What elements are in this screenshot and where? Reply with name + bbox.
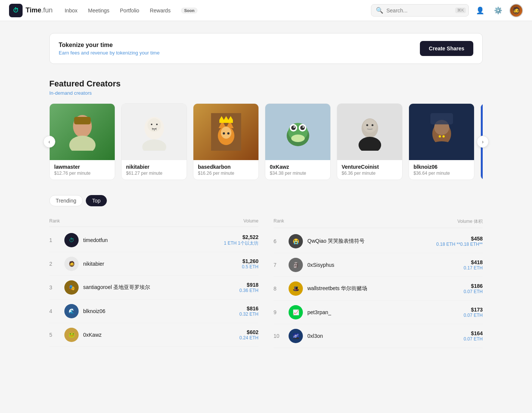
- creator-info-lawmaster: lawmaster $12.76 per minute: [50, 160, 115, 180]
- creator-info-venturecoinist: VentureCoinist $6.36 per minute: [337, 160, 402, 180]
- creator-card-venturecoinist[interactable]: VentureCoinist $6.36 per minute: [337, 103, 403, 180]
- user-name: 0xl3on: [307, 333, 323, 339]
- volume-eth: 0.36 ETH: [198, 288, 258, 293]
- user-cell: 📈 pet3rpan_: [289, 305, 423, 319]
- featured-subtitle: In-demand creators: [49, 90, 483, 96]
- rank-num: 4: [49, 308, 64, 314]
- creator-card-0xkawz[interactable]: 0xKawz $34.38 per minute: [265, 103, 331, 180]
- creator-info-basedkarbon: basedkarbon $16.26 per minute: [193, 160, 258, 180]
- carousel-next-button[interactable]: ›: [477, 136, 489, 148]
- volume-usd: $602: [198, 329, 258, 335]
- svg-point-30: [302, 126, 304, 128]
- rank-num: 2: [49, 261, 64, 267]
- svg-point-8: [156, 124, 158, 125]
- volume-eth: 0.07 ETH: [423, 289, 483, 294]
- nav-meetings[interactable]: Meetings: [88, 8, 109, 14]
- user-name: blknoiz06: [83, 308, 105, 314]
- rank-header-left: Rank: [49, 218, 64, 224]
- table-row[interactable]: 8 🎩 wallstreetbets 华尔街赌场 $186 0.07 ETH: [274, 277, 483, 301]
- svg-point-34: [359, 137, 381, 151]
- volume-usd: $918: [198, 282, 258, 288]
- rank-num: 8: [274, 286, 289, 292]
- creator-price-venturecoinist: $6.36 per minute: [342, 171, 398, 176]
- banner-description: Earn fees and revenue by tokenizing your…: [59, 50, 160, 56]
- svg-point-28: [300, 126, 305, 130]
- volume-cell: $186 0.07 ETH: [423, 283, 483, 294]
- svg-point-33: [363, 119, 377, 133]
- volume-cell: $918 0.36 ETH: [198, 282, 258, 293]
- creator-img-lawmaster: [50, 104, 115, 160]
- creator-img-nikitabier: [122, 104, 187, 160]
- creator-card-nikitabier[interactable]: nikitabier $61.27 per minute: [121, 103, 187, 180]
- tab-top[interactable]: Top: [86, 195, 107, 206]
- svg-point-7: [151, 124, 152, 125]
- user-cell: 🗿 0xSisyphus: [289, 258, 423, 272]
- avatar: 🎩: [289, 281, 303, 296]
- creator-info-qwqia: QwQia: [481, 160, 483, 174]
- avatar: ⏱: [64, 233, 79, 247]
- tokenize-banner: Tokenize your time Earn fees and revenue…: [49, 33, 483, 64]
- avatar: 📈: [289, 305, 303, 319]
- search-shortcut: ⌘K: [455, 8, 466, 13]
- volume-usd: $816: [198, 306, 258, 312]
- creator-img-blknoiz06: [409, 104, 474, 160]
- table-row[interactable]: 6 😭 QwQiao 哭哭脸表情符号 $458 0.18 ETH **0.18 …: [274, 230, 483, 253]
- avatar: 🧔: [64, 257, 79, 271]
- banner-title: Tokenize your time: [59, 42, 160, 48]
- table-row[interactable]: 9 📈 pet3rpan_ $173 0.07 ETH: [274, 301, 483, 324]
- table-row[interactable]: 1 ⏱ timedotfun $2,522 1 ETH 1个以太坊: [49, 228, 258, 252]
- nav-inbox[interactable]: Inbox: [65, 8, 78, 14]
- creator-info-nikitabier: nikitabier $61.27 per minute: [122, 160, 187, 180]
- volume-cell: $173 0.07 ETH: [423, 307, 483, 318]
- volume-cell: $2,522 1 ETH 1个以太坊: [198, 234, 258, 247]
- creator-card-lawmaster[interactable]: lawmaster $12.76 per minute: [49, 103, 115, 180]
- rank-num: 7: [274, 262, 289, 268]
- svg-point-1: [69, 136, 96, 151]
- table-row[interactable]: 4 🌊 blknoiz06 $816 0.32 ETH: [49, 300, 258, 323]
- user-name: pet3rpan_: [307, 309, 331, 315]
- table-row[interactable]: 10 🌌 0xl3on $164 0.07 ETH: [274, 324, 483, 348]
- creator-img-venturecoinist: [337, 104, 402, 160]
- user-name: 0xKawz: [83, 332, 102, 338]
- svg-point-21: [223, 132, 225, 135]
- logo[interactable]: ⏱ Time.fun: [9, 4, 53, 17]
- tab-trending[interactable]: Trending: [49, 195, 83, 206]
- featured-title: Featured Creators: [49, 79, 483, 89]
- table-row[interactable]: 7 🗿 0xSisyphus $418 0.17 ETH: [274, 253, 483, 277]
- creator-info-0xkawz: 0xKawz $34.38 per minute: [265, 160, 330, 180]
- nav-portfolio[interactable]: Portfolio: [120, 8, 139, 14]
- creators-carousel: lawmaster $12.76 per minute: [49, 103, 483, 180]
- settings-button[interactable]: ⚙️: [491, 4, 505, 17]
- svg-point-10: [154, 130, 155, 131]
- user-avatar[interactable]: 🧔: [509, 4, 523, 17]
- create-shares-button[interactable]: Create Shares: [420, 41, 473, 56]
- svg-point-6: [142, 139, 166, 151]
- volume-usd: $1,260: [198, 258, 258, 264]
- user-name: timedotfun: [83, 237, 108, 243]
- user-profile-button[interactable]: 👤: [473, 4, 487, 17]
- table-row[interactable]: 3 🎭 santiagoroel 圣地亚哥罗埃尔 $918 0.36 ETH: [49, 276, 258, 300]
- ranking-table-right: Rank Volume 体积 6 😭 QwQiao 哭哭脸表情符号 $458 0…: [274, 215, 483, 348]
- creator-card-basedkarbon[interactable]: basedkarbon $16.26 per minute: [193, 103, 259, 180]
- volume-cell: $458 0.18 ETH **0.18 ETH**: [423, 236, 483, 247]
- nav-rewards[interactable]: Rewards: [150, 8, 170, 14]
- avatar: 🌊: [64, 304, 79, 318]
- avatar: 🗿: [289, 258, 303, 272]
- table-row[interactable]: 2 🧔 nikitabier $1,260 0.5 ETH: [49, 252, 258, 276]
- svg-point-36: [371, 124, 373, 126]
- creator-name-lawmaster: lawmaster: [54, 164, 110, 170]
- tabs-row: Trending Top: [49, 195, 483, 206]
- avatar: 🎭: [64, 280, 79, 295]
- volume-eth: 0.5 ETH: [198, 264, 258, 269]
- search-box[interactable]: 🔍 ⌘K: [371, 4, 469, 17]
- search-input[interactable]: [386, 8, 452, 14]
- creator-img-0xkawz: [265, 104, 330, 160]
- volume-header-left: Volume: [198, 218, 258, 224]
- table-row[interactable]: 5 🐸 0xKawz $602 0.24 ETH: [49, 323, 258, 347]
- volume-cell: $1,260 0.5 ETH: [198, 258, 258, 269]
- carousel-prev-button[interactable]: ‹: [43, 136, 55, 148]
- creator-card-blknoiz06[interactable]: blknoiz06 $36.64 per minute: [409, 103, 474, 180]
- volume-cell: $164 0.07 ETH: [423, 330, 483, 342]
- svg-point-9: [152, 129, 153, 130]
- user-cell: 🎭 santiagoroel 圣地亚哥罗埃尔: [64, 280, 198, 295]
